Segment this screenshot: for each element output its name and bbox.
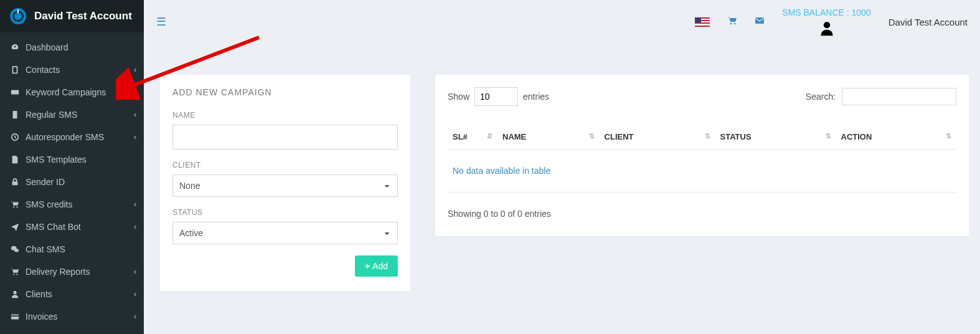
- col-sl[interactable]: SL#⇵: [448, 125, 497, 150]
- sidebar-item-clients[interactable]: Clients‹: [0, 283, 144, 305]
- svg-point-17: [730, 23, 732, 25]
- sidebar-item-invoices[interactable]: Invoices‹: [0, 305, 144, 328]
- plane-icon: [9, 222, 21, 231]
- svg-rect-16: [11, 315, 19, 317]
- sidebar-item-regular-sms[interactable]: Regular SMS‹: [0, 103, 144, 126]
- show-suffix: entries: [523, 92, 549, 102]
- sidebar-item-keyword-campaigns[interactable]: Keyword Campaigns‹: [0, 81, 144, 103]
- col-name[interactable]: NAME⇅: [497, 125, 600, 150]
- sidebar-item-label: Invoices: [26, 312, 57, 322]
- sidebar-item-label: SMS credits: [26, 199, 72, 209]
- chevron-left-icon: ‹: [134, 312, 136, 321]
- campaigns-table-card: Show entries Search: SL#⇵ NAME⇅ CLIENT⇅ …: [435, 75, 969, 236]
- sidebar-item-label: SMS Chat Bot: [26, 222, 81, 232]
- book-icon: [9, 65, 21, 74]
- card-icon: [9, 312, 21, 321]
- envelope-icon[interactable]: [755, 16, 765, 28]
- sort-icon: ⇅: [946, 132, 951, 140]
- cart-icon: [9, 200, 21, 209]
- brand: David Test Account: [0, 0, 144, 32]
- clock-icon: [9, 133, 21, 141]
- table-empty-row: No data available in table: [448, 150, 956, 193]
- empty-message: No data available in table: [448, 150, 956, 193]
- sidebar-menu: Dashboard Contacts‹ Keyword Campaigns‹ R…: [0, 32, 144, 332]
- chevron-left-icon: ‹: [134, 290, 136, 298]
- svg-point-2: [14, 12, 22, 20]
- filecode-icon: [9, 155, 21, 164]
- svg-point-12: [13, 274, 14, 275]
- name-label: NAME: [172, 111, 398, 120]
- sidebar-item-sms-credits[interactable]: SMS credits‹: [0, 193, 144, 216]
- entries-count-input[interactable]: [474, 87, 518, 106]
- sidebar-item-label: Sender ID: [26, 177, 65, 187]
- svg-rect-3: [17, 9, 19, 13]
- add-campaign-form: ADD NEW CAMPAIGN NAME CLIENT None STATUS…: [160, 75, 410, 292]
- keyboard-icon: [9, 88, 21, 97]
- campaigns-table: SL#⇵ NAME⇅ CLIENT⇅ STATUS⇅ ACTION⇅ No da…: [448, 125, 956, 193]
- sidebar-item-label: Delivery Reports: [26, 267, 90, 277]
- sidebar-item-chat-sms[interactable]: Chat SMS: [0, 238, 144, 260]
- client-label: CLIENT: [172, 161, 398, 169]
- sidebar-item-sms-templates[interactable]: SMS Templates: [0, 148, 144, 171]
- chevron-left-icon: ‹: [134, 133, 136, 141]
- mobile-icon: [9, 110, 21, 119]
- svg-point-11: [14, 249, 19, 252]
- sidebar: David Test Account Dashboard Contacts‹ K…: [0, 0, 144, 334]
- search-label: Search:: [806, 92, 836, 102]
- show-prefix: Show: [448, 92, 469, 102]
- sidebar-item-label: Dashboard: [26, 42, 68, 52]
- chevron-left-icon: ‹: [134, 65, 136, 74]
- sort-icon: ⇅: [826, 132, 831, 140]
- col-action[interactable]: ACTION⇅: [836, 125, 956, 150]
- svg-point-18: [734, 23, 736, 25]
- sidebar-item-sms-chat-bot[interactable]: SMS Chat Bot‹: [0, 216, 144, 238]
- status-select[interactable]: Active: [172, 222, 398, 244]
- table-info: Showing 0 to 0 of 0 entries: [448, 209, 956, 219]
- comments-icon: [9, 245, 21, 254]
- name-input[interactable]: [172, 125, 398, 150]
- cart-icon: [9, 267, 21, 276]
- sidebar-item-delivery-reports[interactable]: Delivery Reports‹: [0, 260, 144, 283]
- username-label[interactable]: David Test Account: [888, 17, 968, 27]
- sidebar-item-label: Contacts: [26, 65, 60, 75]
- status-label: STATUS: [172, 208, 398, 217]
- search-input[interactable]: [842, 88, 956, 105]
- gauge-icon: [9, 43, 21, 52]
- user-icon: [9, 290, 21, 298]
- sort-icon: ⇅: [589, 132, 595, 140]
- svg-point-9: [16, 206, 17, 208]
- brand-name: David Test Account: [34, 10, 132, 22]
- client-select[interactable]: None: [172, 174, 398, 197]
- form-title: ADD NEW CAMPAIGN: [172, 87, 398, 97]
- sidebar-item-sender-id[interactable]: Sender ID: [0, 171, 144, 193]
- cart-icon[interactable]: [727, 16, 737, 28]
- sidebar-item-contacts[interactable]: Contacts‹: [0, 59, 144, 81]
- svg-rect-5: [13, 111, 17, 118]
- content: ADD NEW CAMPAIGN NAME CLIENT None STATUS…: [144, 44, 980, 303]
- sort-icon: ⇅: [705, 132, 710, 140]
- sidebar-item-label: Regular SMS: [26, 110, 77, 120]
- hamburger-icon[interactable]: ☰: [156, 15, 166, 29]
- sidebar-item-dashboard[interactable]: Dashboard: [0, 36, 144, 59]
- sidebar-item-label: Clients: [26, 289, 52, 299]
- flag-icon[interactable]: [695, 17, 710, 27]
- logo-icon: [9, 7, 27, 25]
- sort-icon: ⇵: [487, 132, 492, 140]
- sidebar-item-label: SMS Templates: [26, 155, 87, 165]
- sms-balance[interactable]: SMS BALANCE : 1000: [782, 7, 870, 17]
- svg-point-13: [16, 274, 17, 275]
- col-client[interactable]: CLIENT⇅: [600, 125, 715, 150]
- sidebar-item-label: Autoresponder SMS: [26, 132, 104, 142]
- svg-point-20: [823, 22, 829, 28]
- sidebar-item-autoresponder-sms[interactable]: Autoresponder SMS‹: [0, 126, 144, 148]
- svg-rect-4: [11, 90, 19, 95]
- sidebar-item-label: Chat SMS: [26, 244, 65, 254]
- chevron-left-icon: ‹: [134, 200, 136, 209]
- sidebar-item-label: Keyword Campaigns: [26, 87, 106, 97]
- col-status[interactable]: STATUS⇅: [715, 125, 836, 150]
- svg-point-8: [13, 206, 14, 208]
- lock-icon: [9, 178, 21, 186]
- chevron-left-icon: ‹: [134, 88, 136, 97]
- add-button[interactable]: Add: [355, 255, 398, 277]
- user-avatar-icon[interactable]: [819, 20, 835, 36]
